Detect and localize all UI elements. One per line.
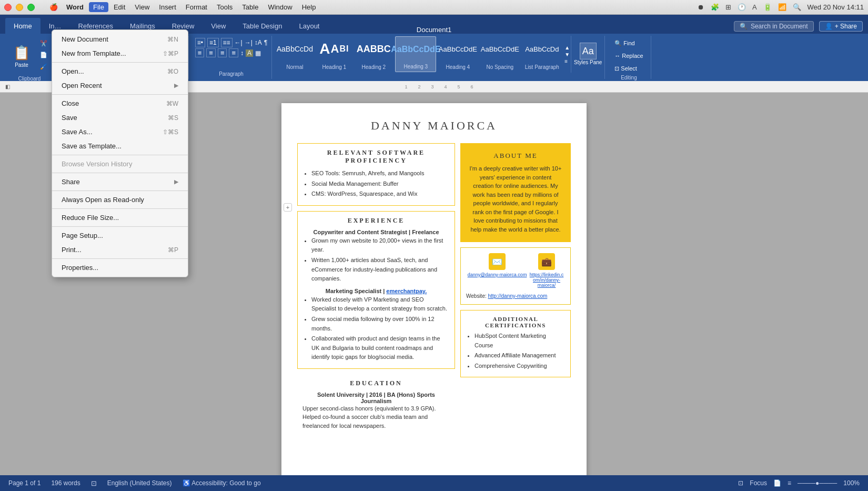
- about-title: ABOUT ME: [469, 152, 562, 160]
- menu-format[interactable]: Format: [181, 2, 211, 12]
- save-as-label: Save As...: [62, 128, 93, 136]
- show-marks-button[interactable]: ¶: [264, 39, 267, 46]
- style-normal[interactable]: AaBbCcDd Normal: [274, 36, 315, 72]
- bullets-button[interactable]: ≡•: [195, 38, 205, 47]
- job2-bullets: Worked closely with VP Marketing and SEO…: [303, 295, 449, 362]
- menu-new-from-template[interactable]: New from Template... ⇧⌘P: [52, 46, 188, 61]
- share-button[interactable]: 👤 + Share: [819, 21, 863, 32]
- view-normal-icon[interactable]: ⊡: [738, 479, 743, 487]
- increase-indent-button[interactable]: →|: [245, 39, 253, 46]
- menu-close[interactable]: Close ⌘W: [52, 96, 188, 111]
- menu-tools[interactable]: Tools: [213, 2, 237, 12]
- sort-button[interactable]: ↕A: [255, 39, 262, 46]
- menu-file[interactable]: File: [89, 2, 108, 12]
- style-heading3[interactable]: AaBbCcDdE Heading 3: [395, 36, 436, 72]
- menu-edit[interactable]: Edit: [109, 2, 129, 12]
- language: English (United States): [107, 479, 172, 487]
- print-layout-icon[interactable]: 📄: [773, 479, 781, 487]
- styles-expand[interactable]: ≡: [564, 58, 570, 64]
- menu-help[interactable]: Help: [298, 2, 320, 12]
- copy-button[interactable]: 📄: [37, 49, 51, 60]
- website-link[interactable]: http://danny-maiorca.com: [488, 293, 548, 299]
- decrease-indent-button[interactable]: ←|: [235, 39, 243, 46]
- numbering-button[interactable]: ≡1: [207, 38, 219, 47]
- styles-pane-button[interactable]: Aa Styles Pane: [571, 36, 604, 73]
- menu-save-as-template[interactable]: Save as Template...: [52, 139, 188, 153]
- shading-button[interactable]: A: [246, 49, 253, 57]
- menu-properties[interactable]: Properties...: [52, 260, 188, 275]
- clock-icon: 🕐: [738, 3, 746, 11]
- style-heading4[interactable]: AaBbCcDdE Heading 4: [437, 36, 478, 72]
- share-arrow: ▶: [174, 178, 178, 185]
- open-label: Open...: [62, 67, 84, 75]
- styles-scroll-down[interactable]: ▼: [564, 52, 570, 57]
- cut-button[interactable]: ✂️: [37, 38, 51, 48]
- add-row-button[interactable]: +: [284, 203, 292, 212]
- style-heading2[interactable]: AABBC Heading 2: [353, 36, 394, 72]
- education-degree: Solent University | 2016 | BA (Hons) Spo…: [302, 392, 450, 404]
- separator-8: [52, 258, 188, 259]
- border-button[interactable]: ▦: [255, 49, 261, 57]
- tab-layout[interactable]: Layout: [290, 18, 328, 34]
- certifications-list: HubSpot Content Marketing Course Advance…: [466, 332, 565, 370]
- styles-row: AaBbCcDd Normal AABI Heading 1 AABBC Hea…: [274, 36, 571, 73]
- contact-icons-row: ✉️ danny@danny-maiorca.com 💼 https://lin…: [466, 253, 565, 288]
- search-icon[interactable]: 🔍: [793, 3, 801, 11]
- linkedin-link[interactable]: https://linkedin.com/in/danny-maiorca/: [530, 272, 564, 288]
- menu-reduce-file-size[interactable]: Reduce File Size...: [52, 211, 188, 225]
- menu-print[interactable]: Print... ⌘P: [52, 243, 188, 257]
- save-as-template-label: Save as Template...: [62, 142, 122, 150]
- style-h4-preview: AaBbCcDdE: [439, 38, 477, 59]
- styles-scroll-up[interactable]: ▲: [564, 45, 570, 51]
- style-list-paragraph[interactable]: AaBbCcDd List Paragraph: [521, 36, 562, 72]
- menu-page-setup[interactable]: Page Setup...: [52, 228, 188, 243]
- menu-window[interactable]: Window: [264, 2, 296, 12]
- email-link[interactable]: danny@danny-maiorca.com: [468, 272, 527, 277]
- battery-icon: 🔋: [763, 3, 772, 11]
- minimize-button[interactable]: [16, 4, 23, 11]
- align-center-button[interactable]: ≡: [206, 48, 216, 57]
- menu-insert[interactable]: Insert: [155, 2, 180, 12]
- replace-button[interactable]: ↔ Replace: [611, 51, 646, 61]
- document-page: + DANNY MAIORCA RELEVANT SOFTWARE PROFIC…: [281, 103, 587, 475]
- outline-icon[interactable]: ≡: [788, 479, 791, 487]
- format-painter-button[interactable]: 🖌️: [37, 61, 51, 72]
- apple-menu[interactable]: 🍎: [45, 2, 62, 12]
- select-button[interactable]: ⊡ Select: [611, 63, 646, 74]
- menu-table[interactable]: Table: [238, 2, 263, 12]
- style-no-spacing[interactable]: AaBbCcDdE No Spacing: [479, 36, 520, 72]
- menu-open-recent[interactable]: Open Recent ▶: [52, 78, 188, 93]
- justify-button[interactable]: ≡: [229, 48, 238, 57]
- menu-save-as[interactable]: Save As... ⇧⌘S: [52, 125, 188, 139]
- style-no-spacing-preview: AaBbCcDdE: [481, 38, 519, 59]
- job1-title: Copywriter and Content Strategist | Free…: [303, 229, 449, 235]
- search-doc-icon: 🔍: [740, 23, 748, 30]
- search-in-document[interactable]: 🔍 Search in Document: [734, 21, 814, 32]
- find-button[interactable]: 🔍 Find: [611, 38, 646, 48]
- align-right-button[interactable]: ≡: [218, 48, 227, 57]
- menu-word[interactable]: Word: [62, 2, 88, 12]
- menu-save[interactable]: Save ⌘S: [52, 111, 188, 125]
- menu-open[interactable]: Open... ⌘O: [52, 64, 188, 78]
- focus-button[interactable]: Focus: [750, 479, 767, 487]
- menu-new-document[interactable]: New Document ⌘N: [52, 32, 188, 46]
- zoom-slider[interactable]: ────●────: [798, 479, 837, 487]
- menu-share[interactable]: Share ▶: [52, 175, 188, 189]
- multilevel-list-button[interactable]: ≡≡: [221, 38, 233, 47]
- separator-4: [52, 173, 188, 173]
- menu-always-read-only[interactable]: Always Open as Read-only: [52, 193, 188, 207]
- maximize-button[interactable]: [27, 4, 35, 11]
- close-button[interactable]: [4, 4, 12, 11]
- line-spacing-button[interactable]: ↕: [240, 49, 244, 57]
- tab-view[interactable]: View: [203, 18, 234, 34]
- style-h2-label: Heading 2: [362, 64, 386, 70]
- style-heading1[interactable]: AABI Heading 1: [316, 36, 352, 72]
- paste-button[interactable]: 📋 Paste: [8, 38, 35, 75]
- menu-view[interactable]: View: [130, 2, 154, 12]
- word-count: 196 words: [51, 479, 80, 487]
- separator-7: [52, 226, 188, 227]
- tab-table-design[interactable]: Table Design: [234, 18, 290, 34]
- tab-home[interactable]: Home: [5, 18, 41, 34]
- align-left-button[interactable]: ≡: [195, 48, 205, 57]
- paste-icon: 📋: [13, 45, 30, 61]
